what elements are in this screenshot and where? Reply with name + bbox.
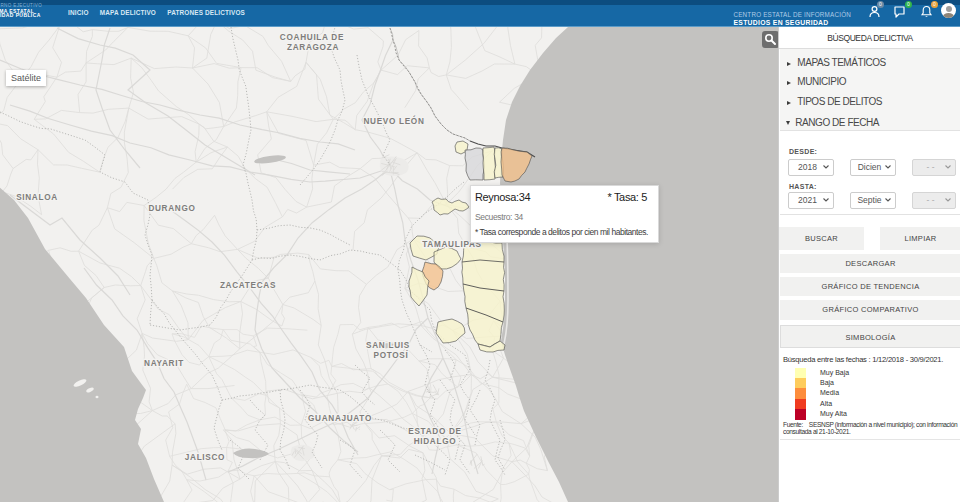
svg-text:GUANAJUATO: GUANAJUATO — [308, 414, 372, 423]
svg-text:COAHUILA DE: COAHUILA DE — [280, 33, 344, 42]
svg-text:ZACATECAS: ZACATECAS — [220, 281, 276, 290]
svg-text:ESTADO DE: ESTADO DE — [408, 427, 461, 436]
svg-text:HIDALGO: HIDALGO — [414, 437, 457, 446]
svg-text:SAN LUIS: SAN LUIS — [366, 341, 410, 350]
svg-text:POTOSÍ: POTOSÍ — [374, 350, 409, 360]
svg-text:NAYARIT: NAYARIT — [144, 359, 184, 368]
svg-text:ZARAGOZA: ZARAGOZA — [287, 43, 339, 52]
svg-text:NUEVO LEÓN: NUEVO LEÓN — [363, 115, 424, 126]
svg-text:JALISCO: JALISCO — [185, 453, 225, 462]
svg-text:SINALOA: SINALOA — [16, 193, 58, 202]
svg-text:DURANGO: DURANGO — [148, 204, 195, 213]
